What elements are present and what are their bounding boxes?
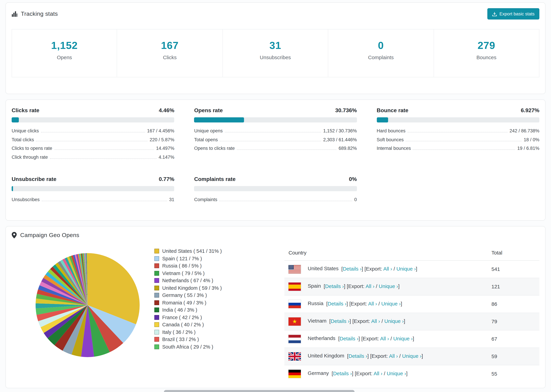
- stat-box-label: Clicks: [117, 54, 222, 60]
- legend-item: South Africa ( 29 / 2% ): [154, 343, 260, 350]
- export-prefix: [Export:: [370, 353, 388, 359]
- country-flag-icon: [289, 335, 301, 343]
- details-link[interactable]: Details ›: [340, 335, 359, 341]
- horizontal-scrollbar[interactable]: [164, 390, 354, 392]
- stat-row-label: Total opens: [194, 137, 218, 142]
- export-unique-link[interactable]: Unique ›: [387, 370, 406, 376]
- geo-table-row: Spain [Details ›] [Export: All › / Uniqu…: [284, 278, 539, 295]
- stat-row: Unique clicks 167 / 4.456%: [12, 128, 174, 133]
- legend-label: Spain ( 121 / 7% ): [162, 256, 202, 261]
- legend-swatch: [154, 271, 159, 276]
- geo-table-row: United Kingdom [Details ›] [Export: All …: [284, 348, 539, 365]
- progress-bar-fill: [12, 186, 13, 191]
- stat-row-label: Click through rate: [12, 154, 48, 160]
- stat-row-value: 0: [354, 197, 357, 202]
- export-basic-stats-button[interactable]: Export basic stats: [487, 8, 539, 20]
- geo-opens-title: Campaign Geo Opens: [12, 232, 539, 238]
- bracket-close: ]: [344, 283, 345, 289]
- legend-swatch: [154, 308, 159, 313]
- details-link[interactable]: Details ›: [349, 353, 367, 359]
- legend-label: Brazil ( 33 / 2% ): [162, 337, 199, 342]
- progress-bar: [12, 186, 174, 191]
- rate-card: Opens rate 30.736% Unique opens 1,152 / …: [194, 107, 357, 163]
- export-unique-link[interactable]: Unique ›: [402, 353, 422, 359]
- export-all-link[interactable]: All ›: [383, 266, 392, 271]
- legend-item: Spain ( 121 / 7% ): [154, 255, 260, 262]
- progress-bar-fill: [377, 117, 388, 122]
- stat-row: Opens to clicks rate 689.82%: [194, 146, 357, 151]
- geo-table-row: Netherlands [Details ›] [Export: All › /…: [284, 330, 539, 348]
- export-prefix: [Export:: [365, 266, 382, 271]
- country-total: 79: [487, 313, 539, 330]
- legend-item: Romania ( 49 / 3% ): [154, 299, 260, 306]
- export-all-link[interactable]: All ›: [371, 318, 380, 324]
- export-unique-link[interactable]: Unique ›: [396, 266, 416, 271]
- legend-label: United States ( 541 / 31% ): [162, 249, 222, 254]
- rate-value: 0%: [349, 176, 357, 182]
- details-link[interactable]: Details ›: [331, 318, 350, 324]
- stat-row: Complaints 0: [194, 197, 357, 202]
- stat-box-value: 0: [328, 40, 433, 51]
- stat-row-label: Internal bounces: [377, 146, 411, 151]
- stat-row-value: 1,152 / 30.736%: [323, 128, 357, 133]
- export-unique-link[interactable]: Unique ›: [384, 318, 404, 324]
- export-unique-link[interactable]: Unique ›: [381, 301, 401, 306]
- rate-title: Complaints rate: [194, 176, 236, 182]
- dotted-leader: [406, 141, 522, 141]
- stat-box-label: Bounces: [434, 54, 539, 60]
- legend-item: Germany ( 55 / 3% ): [154, 292, 260, 299]
- export-all-link[interactable]: All ›: [380, 335, 389, 341]
- stat-row: Hard bounces 242 / 86.738%: [377, 128, 539, 133]
- stat-row-label: Unique opens: [194, 128, 223, 133]
- export-all-link[interactable]: All ›: [368, 301, 377, 306]
- legend-item: Canada ( 40 / 2% ): [154, 321, 260, 328]
- legend-swatch: [154, 286, 159, 290]
- legend-swatch: [154, 249, 159, 254]
- legend-swatch: [154, 256, 159, 261]
- stat-row-value: 14.497%: [156, 146, 174, 151]
- legend-swatch: [154, 315, 159, 320]
- stat-row-value: 2,303 / 61.446%: [323, 137, 357, 142]
- country-flag-icon: [289, 265, 301, 273]
- country-total: 55: [487, 365, 539, 382]
- export-all-link[interactable]: All ›: [366, 283, 374, 289]
- export-all-link[interactable]: All ›: [374, 370, 382, 376]
- legend-label: Italy ( 36 / 2% ): [162, 329, 196, 335]
- details-link[interactable]: Details ›: [333, 370, 352, 376]
- bracket-close: ]: [352, 370, 353, 376]
- legend-item: France ( 42 / 2% ): [154, 314, 260, 321]
- progress-bar: [194, 117, 357, 122]
- rates-grid: Clicks rate 4.46% Unique clicks 167 / 4.…: [12, 107, 539, 206]
- geo-pie-chart[interactable]: [12, 245, 154, 382]
- stat-box-value: 1,152: [12, 40, 117, 51]
- link-separator: /: [381, 318, 383, 324]
- stat-row-label: Clicks to opens rate: [12, 146, 52, 151]
- legend-label: France ( 42 / 2% ): [162, 315, 202, 320]
- export-all-link[interactable]: All ›: [389, 353, 398, 359]
- details-link[interactable]: Details ›: [343, 266, 361, 271]
- export-prefix: [Export:: [347, 283, 365, 289]
- country-flag-icon: [289, 317, 301, 325]
- legend-label: Vietnam ( 79 / 5% ): [162, 271, 205, 276]
- legend-label: United Kingdom ( 59 / 3% ): [162, 285, 222, 291]
- country-name: Vietnam: [308, 318, 326, 324]
- geo-table-row: United States [Details ›] [Export: All ›…: [284, 260, 539, 278]
- country-total: 59: [487, 348, 539, 365]
- stat-row: Internal bounces 19 / 6.81%: [377, 146, 539, 151]
- legend-label: Netherlands ( 67 / 4% ): [162, 278, 213, 283]
- link-separator: /: [390, 335, 392, 341]
- country-flag-icon: [289, 352, 301, 360]
- details-link[interactable]: Details ›: [328, 301, 346, 306]
- details-link[interactable]: Details ›: [325, 283, 344, 289]
- export-unique-link[interactable]: Unique ›: [379, 283, 398, 289]
- rate-card: Bounce rate 6.927% Hard bounces 242 / 86…: [377, 107, 539, 163]
- country-name: Germany: [308, 370, 329, 376]
- country-name: Spain: [308, 283, 321, 289]
- legend-item: Vietnam ( 79 / 5% ): [154, 270, 260, 277]
- bracket-close-2: ]: [398, 283, 400, 289]
- bracket-close: ]: [359, 335, 360, 341]
- stat-row-value: 18 / 0%: [524, 137, 539, 142]
- country-flag-icon: [289, 300, 301, 308]
- export-unique-link[interactable]: Unique ›: [393, 335, 413, 341]
- progress-bar: [194, 186, 357, 191]
